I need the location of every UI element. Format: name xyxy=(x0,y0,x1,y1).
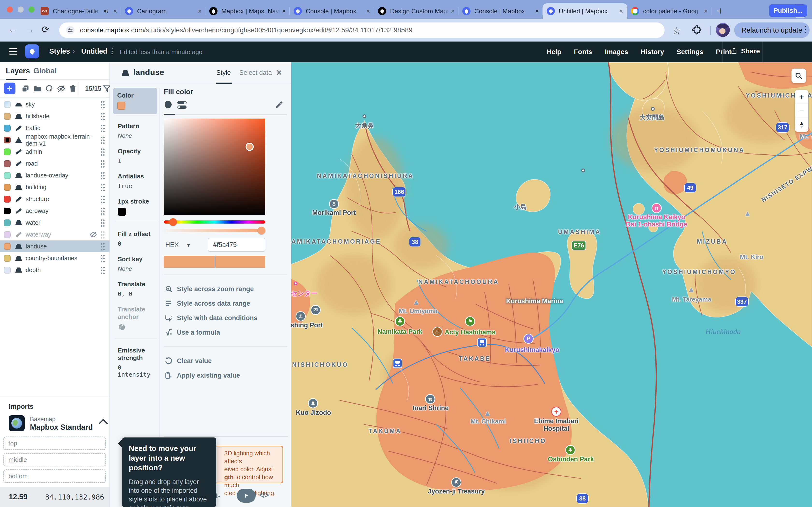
layer-drag-handle[interactable] xyxy=(100,148,105,156)
tab-audio-icon[interactable] xyxy=(103,8,109,14)
hide-layer-icon[interactable] xyxy=(57,84,65,93)
studio-nav-help[interactable]: Help xyxy=(547,48,561,56)
layer-row-water[interactable]: water xyxy=(0,217,109,229)
layer-drag-handle[interactable] xyxy=(100,124,105,132)
layer-row-structure[interactable]: structure xyxy=(0,193,109,205)
collapse-chevron-icon[interactable] xyxy=(99,418,108,428)
layer-hidden-eye-slash-icon[interactable] xyxy=(90,231,97,238)
browser-tab[interactable]: C-TChartogne-Taille× xyxy=(37,3,121,19)
action-formula[interactable]: Use a formula xyxy=(164,325,287,340)
layer-drag-handle[interactable] xyxy=(100,242,105,250)
window-controls[interactable] xyxy=(7,6,35,12)
layer-drag-handle[interactable] xyxy=(100,231,105,239)
studio-nav-fonts[interactable]: Fonts xyxy=(574,48,592,56)
layer-drag-handle[interactable] xyxy=(100,136,105,144)
layer-drag-handle[interactable] xyxy=(100,254,105,263)
action-range[interactable]: Style across data range xyxy=(164,296,287,311)
layer-row-landuse[interactable]: landuse xyxy=(0,240,109,252)
layer-row-sky[interactable]: sky xyxy=(0,99,109,110)
publish-button[interactable]: Publish... xyxy=(769,4,807,17)
browser-tab[interactable]: Console | Mapbox× xyxy=(290,3,374,19)
tab-close-icon[interactable]: × xyxy=(282,7,286,15)
site-info-icon[interactable] xyxy=(65,25,75,35)
hamburger-menu-icon[interactable] xyxy=(9,48,17,56)
studio-nav-print[interactable]: Print xyxy=(716,48,731,56)
layer-drag-handle[interactable] xyxy=(100,101,105,109)
breadcrumb-styles[interactable]: Styles xyxy=(49,47,70,55)
style-options-kebab-icon[interactable]: ⋮ xyxy=(108,46,116,56)
group-folder-icon[interactable] xyxy=(33,84,42,93)
layer-drag-handle[interactable] xyxy=(100,219,105,227)
window-close-button[interactable] xyxy=(7,6,13,12)
code-view-toggle[interactable]: </> xyxy=(259,491,268,499)
map-canvas[interactable]: YOSHIUMICHOSAKAISNAMIKATACHONISHIURANAMI… xyxy=(291,62,812,507)
layer-drag-handle[interactable] xyxy=(100,195,105,203)
property-color[interactable]: Color xyxy=(113,88,157,114)
relaunch-to-update-button[interactable]: Relaunch to update xyxy=(734,22,810,38)
close-panel-icon[interactable]: × xyxy=(276,67,282,78)
property-antialias[interactable]: AntialiasTrue xyxy=(113,173,157,189)
browser-tab[interactable]: Console | Mapbox× xyxy=(458,3,543,19)
layer-row-depth[interactable]: depth xyxy=(0,264,109,276)
hex-format-caret-icon[interactable]: ▾ xyxy=(187,242,190,248)
browser-menu-icon[interactable]: ⋮ xyxy=(801,24,810,34)
property-translate[interactable]: Translate0, 0 xyxy=(113,281,157,297)
eyedropper-icon[interactable] xyxy=(274,100,284,110)
tab-close-icon[interactable]: × xyxy=(619,7,623,15)
studio-nav-images[interactable]: Images xyxy=(605,48,628,56)
hue-handle[interactable] xyxy=(169,218,177,226)
action-cond[interactable]: Style with data conditions xyxy=(164,311,287,325)
tab-close-icon[interactable]: × xyxy=(704,7,708,15)
action-apply[interactable]: Apply existing value xyxy=(164,368,287,383)
property-emissive-strength[interactable]: Emissive strength0 intensity xyxy=(113,347,157,378)
map-search-button[interactable] xyxy=(792,68,806,83)
new-tab-button[interactable]: + xyxy=(717,5,723,17)
saturation-brightness-picker[interactable] xyxy=(164,119,265,215)
action-zoom[interactable]: Style across zoom range xyxy=(164,282,287,296)
duplicate-layer-icon[interactable] xyxy=(21,84,30,93)
window-zoom-button[interactable] xyxy=(29,6,35,12)
hue-slider[interactable] xyxy=(164,220,265,224)
layer-drag-handle[interactable] xyxy=(100,183,105,191)
component-sliders-mode-icon[interactable] xyxy=(177,101,187,110)
layer-row-landuse-overlay[interactable]: landuse-overlay xyxy=(0,169,109,181)
tab-select-data[interactable]: Select data xyxy=(239,69,272,76)
layer-drag-handle[interactable] xyxy=(100,266,105,274)
mapbox-logo[interactable] xyxy=(25,44,39,58)
back-button[interactable]: ← xyxy=(8,24,17,35)
layer-drag-handle[interactable] xyxy=(100,112,105,120)
browser-tab[interactable]: Cartogram× xyxy=(121,3,205,19)
visual-mode-toggle[interactable] xyxy=(237,489,256,503)
tab-layers[interactable]: Layers xyxy=(6,67,30,75)
layer-row-traffic[interactable]: traffic xyxy=(0,122,109,134)
property-pattern[interactable]: PatternNone xyxy=(113,122,157,139)
address-bar[interactable]: console.mapbox.com/studio/styles/oliverc… xyxy=(59,22,665,38)
bookmark-star-icon[interactable]: ☆ xyxy=(672,25,681,36)
browser-tab[interactable]: color palette - Goog× xyxy=(627,3,711,19)
layer-row-hillshade[interactable]: hillshade xyxy=(0,110,109,122)
layer-drag-handle[interactable] xyxy=(100,171,105,180)
studio-nav-settings[interactable]: Settings xyxy=(677,48,703,56)
basemap-row[interactable]: Basemap Mapbox Standard xyxy=(9,415,109,432)
breadcrumb-style-name[interactable]: Untitled xyxy=(81,47,107,55)
layer-row-road[interactable]: road xyxy=(0,158,109,169)
browser-tab-active[interactable]: Untitled | Mapbox× xyxy=(543,3,627,19)
tab-close-icon[interactable]: × xyxy=(535,7,539,15)
filter-funnel-icon[interactable] xyxy=(103,84,111,93)
action-clear[interactable]: Clear value xyxy=(164,354,287,368)
alpha-handle[interactable] xyxy=(258,227,265,234)
property-translate-anchor[interactable]: Translate anchor xyxy=(113,306,157,332)
hex-format-label[interactable]: HEX xyxy=(165,241,179,249)
import-slot-middle[interactable]: middle xyxy=(3,453,106,466)
layer-row-admin[interactable]: admin xyxy=(0,146,109,158)
tab-style[interactable]: Style xyxy=(216,69,231,76)
tab-close-icon[interactable]: × xyxy=(198,7,202,15)
solid-color-mode-icon[interactable] xyxy=(165,101,171,108)
share-button[interactable]: Share xyxy=(730,47,760,55)
window-minimize-button[interactable] xyxy=(18,6,24,12)
color-cursor[interactable] xyxy=(246,143,254,151)
zoom-out-button[interactable]: − xyxy=(795,104,808,118)
browser-tab[interactable]: Mapbox | Maps, Navi× xyxy=(205,3,290,19)
layer-row-country-boundaries[interactable]: country-boundaries xyxy=(0,252,109,264)
studio-nav-history[interactable]: History xyxy=(641,48,664,56)
